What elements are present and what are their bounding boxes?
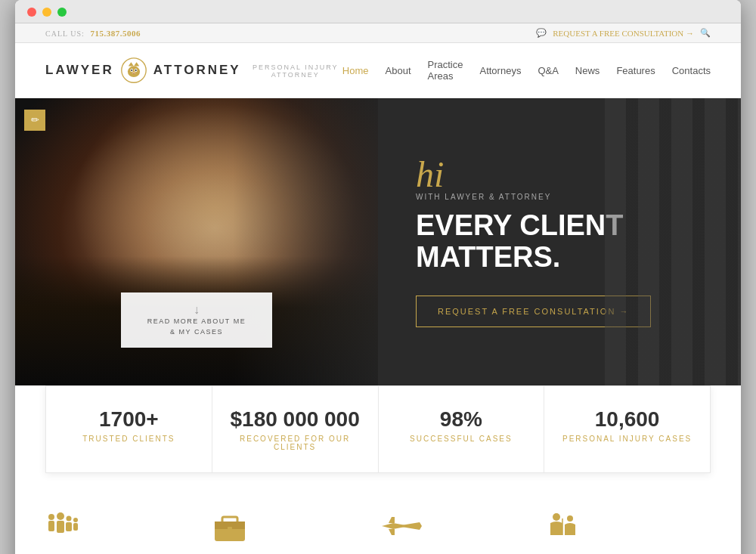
stats-bar: 1700+ TRUSTED CLIENTS $180 000 000 RECOV… (45, 385, 711, 473)
svg-rect-16 (73, 523, 78, 531)
phone-area: CALL US: 715.387.5006 (45, 29, 141, 38)
stat-recovered: $180 000 000 RECOVERED FOR OUR CLIENTS (212, 386, 379, 472)
business-law-icon (212, 507, 363, 545)
svg-rect-10 (48, 521, 54, 531)
stat-number-0: 1700+ (61, 407, 197, 432)
hero-photo: ✏ ↓ READ MORE ABOUT ME & MY CASES (15, 98, 378, 385)
svg-point-21 (553, 513, 560, 521)
top-bar-right: 💬 REQUEST A FREE CONSULTATION → 🔍 (536, 28, 711, 38)
trust-estates-icon (378, 507, 529, 545)
service-business-law: Business Law Claritas est etiam processu… (212, 507, 378, 554)
svg-rect-20 (228, 527, 232, 531)
nav-qa[interactable]: Q&A (538, 65, 558, 76)
stat-label-1: RECOVERED FOR OUR CLIENTS (228, 435, 363, 451)
call-label: CALL US: (45, 29, 85, 38)
svg-point-9 (48, 514, 54, 520)
search-icon[interactable]: 🔍 (700, 28, 711, 38)
svg-point-13 (67, 516, 72, 522)
service-family-law: Family Law Claritas est etiam processus … (45, 507, 212, 554)
hero-headline: EVERY CLIENT MATTERS. (416, 210, 703, 274)
svg-rect-14 (66, 522, 72, 531)
nav-features[interactable]: Features (616, 65, 655, 76)
logo-area: LAWYER ATTORNEY PERSON (45, 57, 342, 84)
logo-fox-icon (120, 57, 147, 84)
svg-point-15 (73, 518, 78, 522)
svg-marker-1 (129, 62, 134, 66)
svg-point-7 (135, 70, 137, 72)
svg-marker-2 (134, 62, 139, 66)
svg-point-11 (57, 512, 64, 520)
nav-home[interactable]: Home (342, 65, 369, 76)
stat-trusted-clients: 1700+ TRUSTED CLIENTS (46, 386, 212, 472)
stat-number-2: 98% (394, 407, 529, 432)
stat-successful: 98% SUCCESSFUL CASES (379, 386, 545, 472)
services-section: Family Law Claritas est etiam processus … (15, 473, 741, 554)
logo-main: LAWYER ATTORNEY (45, 57, 241, 84)
read-more-box[interactable]: ↓ READ MORE ABOUT ME & MY CASES (121, 292, 272, 348)
header: LAWYER ATTORNEY PERSON (15, 43, 741, 98)
stat-number-3: 10,600 (559, 407, 695, 432)
read-more-text: READ MORE ABOUT ME & MY CASES (139, 317, 254, 337)
edit-icon: ✏ (31, 114, 39, 126)
service-civil-litigation: Civil Litigation Claritas est etiam proc… (544, 507, 711, 554)
logo-sub: PERSONAL INJURY ATTORNEY (249, 63, 342, 79)
browser-window: CALL US: 715.387.5006 💬 REQUEST A FREE C… (15, 0, 741, 554)
main-nav: Home About Practice Areas Attorneys Q&A … (342, 59, 711, 82)
maximize-button[interactable] (57, 8, 67, 17)
svg-point-6 (131, 70, 132, 72)
hero-section: ✏ ↓ READ MORE ABOUT ME & MY CASES hi WIT… (15, 98, 741, 385)
nav-contacts[interactable]: Contacts (672, 65, 711, 76)
hero-sub-hi: WITH LAWYER & ATTORNEY (416, 193, 703, 201)
stat-number-1: $180 000 000 (228, 407, 363, 432)
svg-rect-12 (57, 521, 64, 533)
stat-label-2: SUCCESSFUL CASES (394, 435, 529, 443)
hero-cta-button[interactable]: REQUEST A FREE CONSULTATION → (416, 296, 651, 327)
phone-number[interactable]: 715.387.5006 (91, 29, 141, 38)
hero-hi: hi (416, 156, 703, 193)
stat-injury: 10,600 PERSONAL INJURY CASES (544, 386, 710, 472)
logo-word2: ATTORNEY (153, 63, 241, 78)
browser-chrome (15, 0, 741, 23)
minimize-button[interactable] (42, 8, 51, 17)
top-bar: CALL US: 715.387.5006 💬 REQUEST A FREE C… (15, 23, 741, 43)
svg-point-22 (567, 515, 573, 522)
civil-litigation-icon (544, 507, 696, 545)
consult-link[interactable]: REQUEST A FREE CONSULTATION → (553, 29, 694, 38)
svg-point-3 (128, 67, 140, 77)
stat-label-3: PERSONAL INJURY CASES (559, 435, 695, 443)
nav-about[interactable]: About (386, 65, 411, 76)
nav-practice-areas[interactable]: Practice Areas (428, 59, 463, 82)
logo-word1: LAWYER (45, 63, 114, 78)
service-trust-estates: Trust & Estates Claritas est etiam proce… (378, 507, 544, 554)
chat-icon: 💬 (536, 28, 547, 38)
hero-content: hi WITH LAWYER & ATTORNEY EVERY CLIENT M… (378, 98, 741, 385)
read-more-arrow: ↓ (139, 303, 254, 317)
nav-news[interactable]: News (575, 65, 600, 76)
family-law-icon (45, 507, 197, 545)
stat-label-0: TRUSTED CLIENTS (61, 435, 197, 443)
nav-attorneys[interactable]: Attorneys (479, 65, 521, 76)
close-button[interactable] (27, 8, 36, 17)
edit-button[interactable]: ✏ (24, 110, 45, 131)
